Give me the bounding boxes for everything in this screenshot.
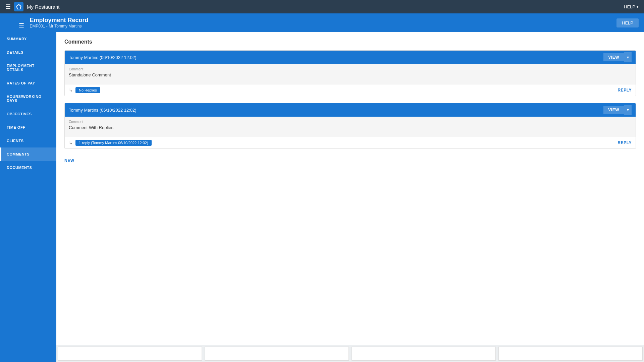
logo-icon	[15, 3, 22, 10]
sub-header-info: ☰ Employment Record EMP001 - Mr Tommy Ma…	[19, 17, 89, 29]
reply-arrow-icon-2: ↳	[69, 140, 73, 145]
bg-row-cell-2	[205, 347, 349, 361]
comment-card-1: Tommy Martins (06/10/2022 12:02) VIEW ▾ …	[64, 50, 636, 96]
sub-header-menu-icon[interactable]: ☰	[19, 22, 24, 29]
sub-header: ☰ Employment Record EMP001 - Mr Tommy Ma…	[0, 13, 644, 32]
comment-card-2: Tommy Martins (06/10/2022 12:02) VIEW ▾ …	[64, 103, 636, 149]
sidebar-item-rates-of-pay[interactable]: RATES OF PAY	[0, 76, 56, 90]
modal-body: Comments Tommy Martins (06/10/2022 12:02…	[56, 32, 644, 345]
comment-footer-2: ↳ 1 reply (Tommy Martins 06/10/2022 12:0…	[65, 137, 636, 148]
view-dropdown-button-2[interactable]: ▾	[624, 105, 632, 115]
sidebar-item-documents[interactable]: DOCUMENTS	[0, 161, 56, 174]
sidebar-item-summary[interactable]: SUMMARY	[0, 32, 56, 46]
comment-text-2: Comment With Replies	[69, 125, 632, 130]
sidebar: SUMMARY DETAILS EMPLOYMENT DETAILS RATES…	[0, 32, 56, 362]
bg-row-cell-3	[352, 347, 496, 361]
view-button-2[interactable]: VIEW	[603, 106, 624, 114]
top-nav: ☰ My Restaurant HELP ▾	[0, 0, 644, 13]
comment-label-1: Comment	[69, 67, 632, 71]
sidebar-item-employment-details[interactable]: EMPLOYMENT DETAILS	[0, 59, 56, 76]
employment-record-title: Employment Record	[30, 17, 88, 24]
sub-header-text: Employment Record EMP001 - Mr Tommy Mart…	[30, 17, 88, 28]
sidebar-item-clients[interactable]: CLIENTS	[0, 134, 56, 147]
comment-body-1: Comment Standalone Comment	[65, 64, 636, 84]
comment-author-2: Tommy Martins (06/10/2022 12:02)	[69, 108, 137, 113]
top-nav-left: ☰ My Restaurant	[5, 2, 60, 11]
reply-badge-2[interactable]: 1 reply (Tommy Martins 06/10/2022 12:02)	[75, 140, 152, 146]
comments-modal: Comments Tommy Martins (06/10/2022 12:02…	[56, 32, 644, 345]
comment-header-1: Tommy Martins (06/10/2022 12:02) VIEW ▾	[65, 51, 636, 64]
top-nav-help-button[interactable]: HELP	[624, 4, 635, 9]
reply-button-2[interactable]: REPLY	[618, 140, 632, 145]
replies-section-1: ↳ No Replies	[69, 87, 100, 93]
top-nav-right: HELP ▾	[624, 4, 639, 9]
content-area: Comments Tommy Martins (06/10/2022 12:02…	[56, 32, 644, 362]
app-logo	[14, 2, 23, 11]
comment-label-2: Comment	[69, 120, 632, 124]
comment-body-2: Comment Comment With Replies	[65, 117, 636, 137]
comment-author-1: Tommy Martins (06/10/2022 12:02)	[69, 55, 137, 60]
new-button-container: NEW	[64, 156, 636, 166]
hamburger-icon[interactable]: ☰	[5, 3, 11, 10]
app-title: My Restaurant	[27, 4, 60, 10]
view-dropdown-button-1[interactable]: ▾	[624, 52, 632, 62]
help-dropdown-icon[interactable]: ▾	[637, 5, 639, 9]
sub-header-help-button[interactable]: HELP	[616, 18, 639, 27]
comment-text-1: Standalone Comment	[69, 72, 632, 77]
background-rows	[56, 345, 644, 362]
modal-title: Comments	[64, 39, 636, 45]
comment-header-actions-1: VIEW ▾	[603, 52, 632, 62]
sidebar-item-details[interactable]: DETAILS	[0, 46, 56, 59]
sidebar-item-comments[interactable]: COMMENTS	[0, 147, 56, 161]
no-replies-badge-1[interactable]: No Replies	[75, 87, 100, 93]
comment-header-actions-2: VIEW ▾	[603, 105, 632, 115]
main-layout: SUMMARY DETAILS EMPLOYMENT DETAILS RATES…	[0, 32, 644, 362]
view-button-1[interactable]: VIEW	[603, 53, 624, 61]
reply-button-1[interactable]: REPLY	[618, 88, 632, 93]
bg-row-cell-1	[58, 347, 202, 361]
reply-arrow-icon-1: ↳	[69, 87, 73, 93]
bg-row-cell-4	[498, 347, 643, 361]
replies-section-2: ↳ 1 reply (Tommy Martins 06/10/2022 12:0…	[69, 140, 152, 146]
sidebar-item-objectives[interactable]: OBJECTIVES	[0, 107, 56, 121]
employee-subtitle: EMP001 - Mr Tommy Martins	[30, 24, 88, 28]
sidebar-item-time-off[interactable]: TIME OFF	[0, 121, 56, 134]
comment-header-2: Tommy Martins (06/10/2022 12:02) VIEW ▾	[65, 103, 636, 117]
comment-footer-1: ↳ No Replies REPLY	[65, 84, 636, 96]
new-comment-button[interactable]: NEW	[64, 156, 74, 166]
sidebar-item-hours-working-days[interactable]: HOURS/WORKING DAYS	[0, 90, 56, 107]
